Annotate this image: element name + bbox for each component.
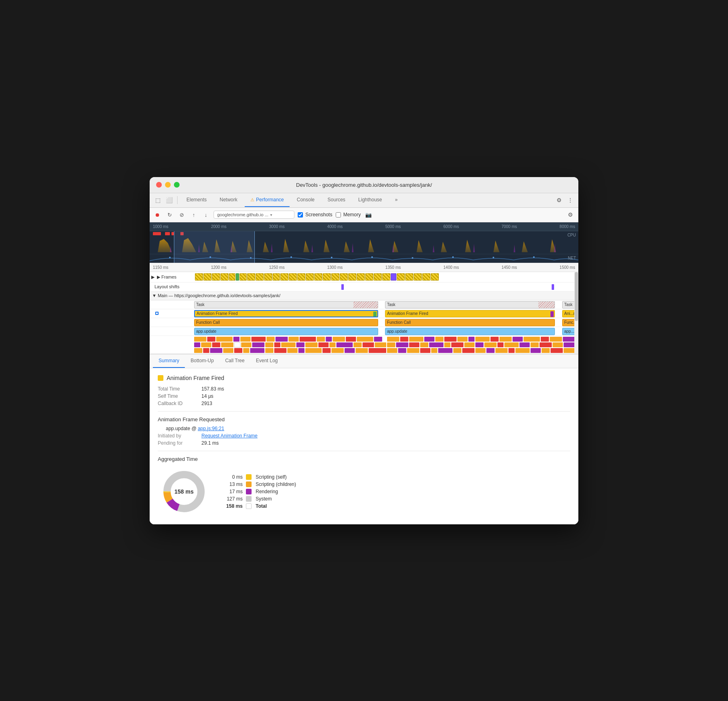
svg-rect-87 xyxy=(298,348,305,353)
screenshots-checkbox-group: Screenshots xyxy=(298,212,332,217)
url-dropdown-icon[interactable]: ▾ xyxy=(270,213,272,217)
screenshots-checkbox[interactable] xyxy=(298,212,303,217)
pointer-icon[interactable]: ⬚ xyxy=(153,195,163,205)
tab-bottom-up[interactable]: Bottom-Up xyxy=(185,354,219,368)
detail-content[interactable] xyxy=(194,336,578,353)
svg-rect-53 xyxy=(305,342,317,347)
tab-call-tree[interactable]: Call Tree xyxy=(220,354,250,368)
callback-id-row: Callback ID 2913 xyxy=(158,401,570,406)
memory-checkbox[interactable] xyxy=(336,212,341,217)
update-bar-2[interactable]: app.update xyxy=(385,328,555,335)
cpu-label: CPU xyxy=(567,233,576,237)
flamechart-tracks: ▶ ▶ Frames // Will generate via JS below xyxy=(150,272,578,354)
frame-block xyxy=(323,273,331,281)
legend-swatch-3 xyxy=(246,496,252,502)
frame-block xyxy=(256,273,264,281)
app-update-link[interactable]: app.js:96:21 xyxy=(198,426,224,431)
scrollbar-thumb[interactable] xyxy=(575,272,578,321)
svg-rect-33 xyxy=(468,337,474,342)
frames-expand-icon[interactable]: ▶ xyxy=(151,274,154,280)
tab-console[interactable]: Console xyxy=(291,193,320,207)
tab-more[interactable]: » xyxy=(389,193,404,207)
task-content[interactable]: Task Task Task xyxy=(194,300,578,309)
svg-rect-59 xyxy=(375,342,386,347)
func-content[interactable]: Function Call Function Call Func...all xyxy=(194,318,578,327)
device-icon[interactable]: ⬜ xyxy=(164,195,174,205)
tab-summary[interactable]: Summary xyxy=(153,354,185,368)
svg-rect-48 xyxy=(252,342,265,347)
summary-content: Animation Frame Fired Total Time 157.83 … xyxy=(150,368,578,524)
svg-rect-35 xyxy=(491,337,499,342)
download-icon[interactable]: ↓ xyxy=(201,210,210,219)
tab-sources[interactable]: Sources xyxy=(322,193,351,207)
svg-point-7 xyxy=(452,256,454,258)
func-bar-2[interactable]: Function Call xyxy=(385,319,555,326)
record-icon[interactable]: ⏺ xyxy=(153,210,162,219)
frame-block xyxy=(229,273,235,281)
svg-rect-50 xyxy=(274,342,280,347)
upload-icon[interactable]: ↑ xyxy=(189,210,198,219)
svg-rect-81 xyxy=(234,348,242,353)
timeline-overview[interactable]: 1000 ms 2000 ms 3000 ms 4000 ms 5000 ms … xyxy=(150,222,578,263)
summary-title-row: Animation Frame Fired xyxy=(158,375,570,381)
task-bar-2[interactable]: Task xyxy=(385,301,555,308)
func-bar-1[interactable]: Function Call xyxy=(194,319,378,326)
timeline-ruler: 1000 ms 2000 ms 3000 ms 4000 ms 5000 ms … xyxy=(150,222,578,231)
pending-row: Pending for 29.1 ms xyxy=(158,440,570,446)
tab-lighthouse[interactable]: Lighthouse xyxy=(353,193,388,207)
tab-elements[interactable]: Elements xyxy=(181,193,212,207)
clear-icon[interactable]: ⊘ xyxy=(177,210,186,219)
frames-content[interactable]: // Will generate via JS below xyxy=(194,272,578,282)
frame-block xyxy=(289,273,297,281)
tab-performance[interactable]: ⚠ Performance xyxy=(245,193,290,207)
svg-rect-32 xyxy=(457,337,468,342)
frame-block xyxy=(405,273,413,281)
frame-block xyxy=(431,273,439,281)
aff-bar-1-selected[interactable]: Animation Frame Fired xyxy=(194,310,378,317)
task-bar-1[interactable]: Task xyxy=(194,301,378,308)
initiated-link[interactable]: Request Animation Frame xyxy=(201,433,258,439)
layout-shifts-label: Layout shifts xyxy=(151,284,196,289)
titlebar: DevTools - googlechrome.github.io/devtoo… xyxy=(150,177,578,193)
svg-rect-15 xyxy=(251,337,265,342)
svg-point-9 xyxy=(533,256,535,258)
svg-rect-51 xyxy=(281,342,295,347)
fc-mark-7: 1500 ms xyxy=(560,265,575,270)
maximize-button[interactable] xyxy=(174,182,180,188)
svg-rect-63 xyxy=(420,342,428,347)
frame-block xyxy=(397,273,405,281)
flamechart-scrollbar[interactable] xyxy=(574,272,578,354)
tab-event-log[interactable]: Event Log xyxy=(250,354,284,368)
svg-rect-12 xyxy=(216,337,233,342)
svg-rect-11 xyxy=(207,337,215,342)
svg-rect-54 xyxy=(318,342,328,347)
svg-rect-74 xyxy=(540,342,552,347)
aff-bar-2[interactable]: Animation Frame Fired xyxy=(385,310,555,317)
settings2-icon[interactable]: ⚙ xyxy=(565,210,575,220)
svg-rect-39 xyxy=(541,337,549,342)
devtools-window: DevTools - googlechrome.github.io/devtoo… xyxy=(150,177,578,524)
svg-rect-82 xyxy=(243,348,249,353)
minimap-selection[interactable] xyxy=(174,231,255,263)
camera-icon[interactable]: 📷 xyxy=(364,210,373,219)
svg-rect-22 xyxy=(333,337,345,342)
minimize-button[interactable] xyxy=(165,182,171,188)
more-icon[interactable]: ⋮ xyxy=(565,195,575,205)
url-box: googlechrome.github.io ... ▾ xyxy=(214,211,294,219)
tab-network[interactable]: Network xyxy=(214,193,243,207)
frame-block xyxy=(195,273,203,281)
settings-icon[interactable]: ⚙ xyxy=(554,195,564,205)
reload-icon[interactable]: ↻ xyxy=(165,210,174,219)
layout-shifts-content[interactable] xyxy=(196,283,578,291)
update-content[interactable]: app.update app.update app...ate xyxy=(194,327,578,336)
svg-rect-99 xyxy=(438,348,452,353)
close-button[interactable] xyxy=(156,182,162,188)
svg-rect-17 xyxy=(275,337,288,342)
total-time-value: 157.83 ms xyxy=(201,386,224,392)
layout-shift-marker xyxy=(552,284,554,290)
frame-block xyxy=(314,273,322,281)
update-bar-1[interactable]: app.update xyxy=(194,328,378,335)
aff-content[interactable]: Animation Frame Fired Animation Frame Fi… xyxy=(194,309,578,318)
callstack-svg-1 xyxy=(194,336,578,354)
svg-rect-107 xyxy=(531,348,541,353)
